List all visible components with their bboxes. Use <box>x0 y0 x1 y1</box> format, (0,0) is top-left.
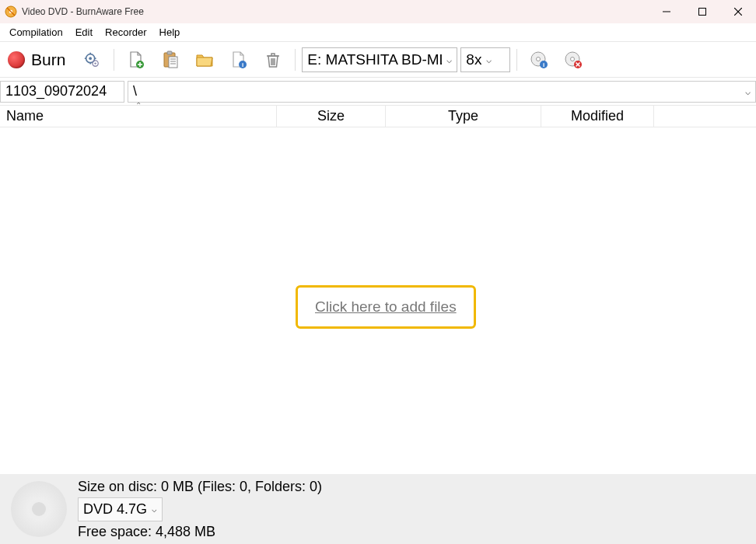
menu-edit[interactable]: Edit <box>71 25 97 40</box>
path-value: \ <box>133 83 137 99</box>
drive-select[interactable]: E: MATSHITA BD-ML ⌵ <box>302 47 457 72</box>
toolbar-separator <box>114 49 114 71</box>
add-files-link[interactable]: Click here to add files <box>315 298 457 315</box>
column-size-label: Size <box>317 108 345 124</box>
disc-type-select[interactable]: DVD 4.7G ⌵ <box>78 497 163 521</box>
sort-indicator-icon: ⌃ <box>135 101 142 110</box>
disc-info-button[interactable]: i <box>523 46 555 74</box>
disc-name-value: 1103_09072024 <box>5 83 107 99</box>
burn-button[interactable]: Burn <box>5 47 73 72</box>
chevron-down-icon: ⌵ <box>446 54 452 65</box>
speed-select-value: 8x <box>466 51 481 68</box>
close-button[interactable] <box>720 0 756 23</box>
svg-point-13 <box>95 62 96 64</box>
add-file-button[interactable] <box>121 46 152 74</box>
disc-name-input[interactable]: 1103_09072024 <box>0 81 124 103</box>
svg-point-27 <box>537 57 541 61</box>
add-files-box: Click here to add files <box>296 285 476 329</box>
svg-rect-17 <box>169 57 177 68</box>
window-title: Video DVD - BurnAware Free <box>22 6 144 17</box>
toolbar-separator <box>295 49 296 71</box>
free-space-line: Free space: 4,488 MB <box>78 521 322 542</box>
column-type-label: Type <box>448 108 478 124</box>
menu-help[interactable]: Help <box>155 25 185 40</box>
chevron-down-icon: ⌵ <box>152 503 157 516</box>
folder-icon <box>195 51 214 68</box>
burn-label: Burn <box>31 51 65 69</box>
svg-point-31 <box>571 57 575 61</box>
svg-rect-16 <box>167 51 172 54</box>
disc-type-value: DVD 4.7G <box>83 499 147 520</box>
menu-recorder[interactable]: Recorder <box>100 25 151 40</box>
toolbar: Burn i E: MATSHITA BD-ML ⌵ 8x ⌵ i <box>0 42 756 78</box>
column-size[interactable]: Size <box>277 106 386 127</box>
status-bar: Size on disc: 0 MB (Files: 0, Folders: 0… <box>0 474 756 544</box>
chevron-down-icon: ⌵ <box>486 54 492 65</box>
paste-button[interactable] <box>155 46 186 74</box>
erase-disc-button[interactable] <box>558 46 589 74</box>
drive-select-value: E: MATSHITA BD-ML <box>307 51 442 68</box>
path-row: 1103_09072024 \ ⌵ <box>0 78 756 106</box>
svg-rect-3 <box>699 9 706 16</box>
disc-info-icon: i <box>530 51 548 69</box>
column-modified[interactable]: Modified <box>541 106 654 127</box>
chevron-down-icon: ⌵ <box>745 86 751 97</box>
menu-compilation[interactable]: Compilation <box>5 25 68 40</box>
path-select[interactable]: \ ⌵ <box>128 81 756 103</box>
size-on-disc-line: Size on disc: 0 MB (Files: 0, Folders: 0… <box>78 476 322 497</box>
column-headers: Name ⌃ Size Type Modified <box>0 106 756 127</box>
svg-text:i: i <box>242 61 243 68</box>
file-list-area[interactable]: Click here to add files <box>0 127 756 474</box>
folder-button[interactable] <box>189 46 220 74</box>
paste-icon <box>162 51 179 69</box>
add-file-icon <box>128 51 145 69</box>
burn-icon <box>8 51 25 68</box>
menu-bar: Compilation Edit Recorder Help <box>0 23 756 42</box>
column-type[interactable]: Type <box>386 106 541 127</box>
trash-icon <box>264 51 282 69</box>
properties-button[interactable]: i <box>223 46 254 74</box>
options-button[interactable] <box>76 46 107 74</box>
erase-disc-icon <box>564 51 583 69</box>
column-modified-label: Modified <box>571 108 624 124</box>
speed-select[interactable]: 8x ⌵ <box>460 47 510 72</box>
disc-usage-graphic <box>11 481 67 537</box>
app-icon <box>5 5 17 18</box>
status-info: Size on disc: 0 MB (Files: 0, Folders: 0… <box>78 476 322 542</box>
title-bar: Video DVD - BurnAware Free <box>0 0 756 23</box>
svg-text:i: i <box>543 61 544 68</box>
file-info-icon: i <box>230 51 247 69</box>
gear-icon <box>83 51 100 68</box>
delete-button[interactable] <box>257 46 289 74</box>
minimize-button[interactable] <box>649 0 684 23</box>
toolbar-separator <box>516 49 517 71</box>
column-name-label: Name <box>6 108 44 124</box>
column-name[interactable]: Name ⌃ <box>0 106 277 127</box>
maximize-button[interactable] <box>684 0 720 23</box>
svg-point-7 <box>89 57 93 60</box>
